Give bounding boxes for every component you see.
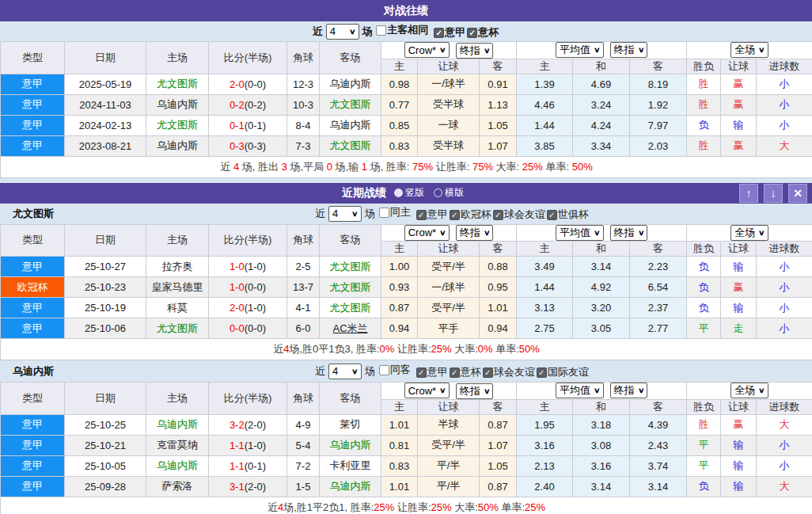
away-team-link[interactable]: 乌迪内斯 <box>330 119 371 131</box>
away-team-link[interactable]: 尤文图斯 <box>330 261 371 272</box>
column-header-类型: 类型 <box>1 42 65 74</box>
udinese-games-count-select[interactable]: 4 ∨ <box>328 364 362 379</box>
cell-home-team[interactable]: 尤文图斯 <box>146 74 209 94</box>
select-平均值[interactable]: 平均值∨ <box>556 225 604 241</box>
away-team-link[interactable]: 尤文图斯 <box>330 139 371 151</box>
checkbox-同主[interactable]: 同主 <box>379 205 411 219</box>
select-全场[interactable]: 全场∨ <box>730 42 768 58</box>
home-team-link[interactable]: 克雷莫纳 <box>157 439 198 451</box>
cell-result-wdl: 负 <box>687 476 721 497</box>
home-team-link[interactable]: 乌迪内斯 <box>157 459 198 471</box>
select-终指[interactable]: 终指∨ <box>456 225 494 241</box>
select-终指[interactable]: 终指∨ <box>456 43 494 59</box>
cell-away-team[interactable]: 卡利亚里 <box>320 455 381 476</box>
cell-away-team[interactable]: 尤文图斯 <box>320 135 381 156</box>
cell-odds-away: 0.95 <box>480 277 517 298</box>
cell-away-team[interactable]: 莱切 <box>320 414 381 435</box>
cell-away-team[interactable]: AC米兰 <box>320 318 381 339</box>
h2h-table: 类型日期主场比分(半场)角球客场Crow*∨终指∨平均值∨终指∨全场∨主让球客主… <box>0 41 812 178</box>
away-team-link[interactable]: 卡利亚里 <box>330 459 371 471</box>
view-mode-vertical[interactable]: 竖版 <box>394 186 424 200</box>
home-team-link[interactable]: 皇家马德里 <box>152 281 203 293</box>
checkbox-同客[interactable]: 同客 <box>379 363 411 377</box>
select-终指[interactable]: 终指∨ <box>610 225 648 241</box>
away-team-link[interactable]: 乌迪内斯 <box>330 78 371 89</box>
checkbox-球会友谊[interactable]: ✓球会友谊 <box>483 365 535 379</box>
cell-home-team[interactable]: 乌迪内斯 <box>146 135 209 156</box>
home-team-link[interactable]: 乌迪内斯 <box>157 98 198 110</box>
cell-home-team[interactable]: 克雷莫纳 <box>146 435 209 455</box>
cell-away-team[interactable]: 尤文图斯 <box>320 277 381 298</box>
checkbox-球会友谊[interactable]: ✓球会友谊 <box>493 208 545 222</box>
cell-avg-away: 2.23 <box>630 257 687 277</box>
cell-home-team[interactable]: 尤文图斯 <box>146 318 209 339</box>
checkbox-意甲[interactable]: ✓意甲 <box>416 365 448 379</box>
select-全场[interactable]: 全场∨ <box>730 383 768 398</box>
checkbox-意甲[interactable]: ✓意甲 <box>434 25 465 40</box>
checkbox-意杯[interactable]: ✓意杯 <box>450 365 481 379</box>
cell-away-team[interactable]: 乌迪内斯 <box>320 476 381 497</box>
checkbox-意杯[interactable]: ✓意杯 <box>467 25 499 40</box>
select-全场[interactable]: 全场∨ <box>730 225 768 241</box>
away-team-link[interactable]: 尤文图斯 <box>330 98 371 110</box>
home-team-link[interactable]: 尤文图斯 <box>157 78 198 89</box>
cell-away-team[interactable]: 尤文图斯 <box>320 257 381 277</box>
home-team-link[interactable]: 尤文图斯 <box>157 322 198 334</box>
cell-league-badge: 意甲 <box>1 74 65 94</box>
checkbox-主客相同[interactable]: 主客相同 <box>376 23 428 37</box>
move-up-button[interactable]: ↑ <box>739 184 758 203</box>
recent-title: 近期战绩 <box>342 186 386 200</box>
cell-away-team[interactable]: 乌迪内斯 <box>320 435 381 455</box>
cell-avg-away: 3.14 <box>630 476 687 497</box>
checkbox-国际友谊[interactable]: ✓国际友谊 <box>537 365 589 379</box>
cell-home-team[interactable]: 萨索洛 <box>146 476 209 497</box>
select-终指[interactable]: 终指∨ <box>610 383 648 398</box>
away-team-link[interactable]: 乌迪内斯 <box>330 480 371 492</box>
column-header-日期: 日期 <box>65 224 146 257</box>
juventus-games-count-select[interactable]: 4 ∨ <box>328 206 362 222</box>
select-平均值[interactable]: 平均值∨ <box>556 383 604 398</box>
home-team-link[interactable]: 尤文图斯 <box>157 119 198 131</box>
view-mode-horizontal[interactable]: 横版 <box>434 186 464 200</box>
view-mode-radios: 竖版 横版 <box>394 186 470 200</box>
cell-home-team[interactable]: 科莫 <box>146 298 209 318</box>
select-终指[interactable]: 终指∨ <box>610 42 648 58</box>
sub-header-让球: 让球 <box>721 59 757 74</box>
select-Crow*[interactable]: Crow*∨ <box>404 42 450 58</box>
home-team-link[interactable]: 乌迪内斯 <box>157 139 198 151</box>
h2h-games-count-select[interactable]: 4 ∨ <box>326 24 359 40</box>
cell-home-team[interactable]: 乌迪内斯 <box>146 455 209 476</box>
cell-home-team[interactable]: 乌迪内斯 <box>146 414 209 435</box>
away-team-link[interactable]: AC米兰 <box>332 322 367 334</box>
home-team-link[interactable]: 萨索洛 <box>162 480 193 492</box>
cell-away-team[interactable]: 乌迪内斯 <box>320 115 381 135</box>
home-team-link[interactable]: 拉齐奥 <box>162 261 193 272</box>
cell-away-team[interactable]: 乌迪内斯 <box>320 74 381 94</box>
checkbox-意甲[interactable]: ✓意甲 <box>416 208 448 222</box>
home-team-link[interactable]: 乌迪内斯 <box>157 418 198 430</box>
checkbox-欧冠杯[interactable]: ✓欧冠杯 <box>450 208 491 222</box>
cell-home-team[interactable]: 皇家马德里 <box>146 277 209 298</box>
cell-away-team[interactable]: 尤文图斯 <box>320 298 381 318</box>
cell-home-team[interactable]: 拉齐奥 <box>146 257 209 277</box>
away-team-link[interactable]: 尤文图斯 <box>330 281 371 293</box>
select-平均值[interactable]: 平均值∨ <box>556 42 604 58</box>
cell-handicap: 受半球 <box>418 94 480 115</box>
select-Crow*[interactable]: Crow*∨ <box>404 383 450 398</box>
away-team-link[interactable]: 尤文图斯 <box>330 302 371 314</box>
header-odds-group: Crow*∨终指∨ <box>381 383 517 400</box>
select-终指[interactable]: 终指∨ <box>456 383 494 399</box>
cell-avg-draw: 3.14 <box>573 476 630 497</box>
cell-home-team[interactable]: 尤文图斯 <box>146 115 209 135</box>
away-team-link[interactable]: 莱切 <box>340 418 361 430</box>
home-team-link[interactable]: 科莫 <box>167 302 188 314</box>
close-button[interactable]: ✕ <box>788 184 807 203</box>
away-team-link[interactable]: 乌迪内斯 <box>330 439 371 451</box>
cell-home-team[interactable]: 乌迪内斯 <box>146 94 209 115</box>
select-Crow*[interactable]: Crow*∨ <box>404 225 450 241</box>
cell-avg-away: 3.74 <box>630 455 687 476</box>
move-down-button[interactable]: ↓ <box>764 184 783 203</box>
table-row: 意甲25-10-05乌迪内斯1-1(0-1)7-2卡利亚里0.83平/半1.05… <box>1 455 812 476</box>
checkbox-世俱杯[interactable]: ✓世俱杯 <box>547 208 589 222</box>
cell-away-team[interactable]: 尤文图斯 <box>320 94 381 115</box>
